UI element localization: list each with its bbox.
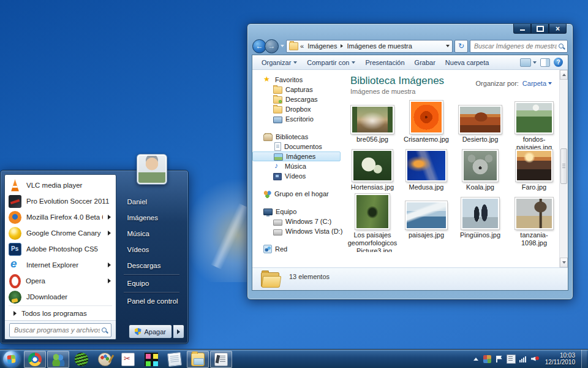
sidebar-item-equipo[interactable]: Equipo	[252, 207, 343, 217]
file-item[interactable]: paisajes.jpg	[399, 193, 453, 252]
file-item[interactable]: Faro.jpg	[507, 145, 561, 193]
start-search-box[interactable]	[9, 323, 111, 337]
sidebar-item-red[interactable]: Red	[252, 244, 343, 254]
sidebar-item-descargas[interactable]: Descargas	[252, 94, 343, 104]
file-item[interactable]: tanzania-1098.jpg	[507, 193, 561, 252]
taskbar-clock[interactable]: 10:03 12/11/2010	[545, 352, 575, 366]
refresh-button[interactable]: ↻	[454, 40, 468, 53]
sidebar-item-grupo-en-el-hogar[interactable]: Grupo en el hogar	[252, 189, 343, 199]
forward-button[interactable]: →	[265, 39, 279, 53]
file-item[interactable]: Crisantemo.jpg	[399, 98, 453, 145]
start-right-item-m-sica[interactable]: Música	[119, 226, 184, 242]
start-program-mozilla-firefox-4-0-beta-6[interactable]: Mozilla Firefox 4.0 Beta 6	[5, 209, 116, 225]
sidebar-item-dropbox[interactable]: Dropbox	[252, 104, 343, 114]
toolbar-button-organizar[interactable]: Organizar	[257, 57, 301, 68]
start-right-item-panel-de-control[interactable]: Panel de control	[119, 293, 184, 309]
scroll-up-icon	[562, 74, 566, 76]
sidebar-item-im-genes[interactable]: Imágenes	[252, 151, 341, 161]
toolbar-button-compartir-con[interactable]: Compartir con	[303, 57, 360, 68]
scrollbar-thumb[interactable]	[560, 148, 567, 184]
organize-by-dropdown[interactable]: Carpeta	[522, 80, 552, 87]
sidebar-item-escritorio[interactable]: Escritorio	[252, 114, 343, 124]
volume-muted-icon[interactable]	[531, 355, 539, 363]
file-item[interactable]: Hortensias.jpg	[345, 145, 399, 193]
action-center-flag-icon[interactable]	[495, 355, 503, 363]
waterfall-thumbnail	[351, 105, 394, 134]
scroll-up-button[interactable]	[560, 70, 568, 80]
taskbar-button-explorer[interactable]	[187, 351, 209, 368]
vertical-scrollbar[interactable]	[559, 70, 568, 267]
sidebar-item-favoritos[interactable]: Favoritos	[252, 75, 343, 85]
start-program-opera[interactable]: Opera	[5, 273, 116, 289]
start-program-pro-evolution-soccer-2011[interactable]: Pro Evolution Soccer 2011	[5, 193, 116, 209]
taskbar-button-paint[interactable]	[94, 351, 116, 368]
sidebar-item-v-deos[interactable]: Vídeos	[252, 171, 343, 181]
start-program-adobe-photoshop-cs5[interactable]: Adobe Photoshop CS5	[5, 241, 116, 257]
scroll-down-button[interactable]	[560, 258, 568, 267]
file-name: Crisantemo.jpg	[401, 136, 452, 144]
show-desktop-button[interactable]	[581, 350, 587, 368]
file-item[interactable]: Pingüinos.jpg	[453, 193, 507, 252]
explorer-search-input[interactable]	[473, 42, 558, 50]
user-avatar[interactable]	[137, 154, 167, 185]
breadcrumb-crumb-imagenes[interactable]: Imágenes	[306, 42, 339, 50]
start-program-jdownloader[interactable]: JDownloader	[5, 289, 116, 305]
taskbar-button-color-grid[interactable]	[140, 351, 162, 368]
start-right-item-im-genes[interactable]: Imágenes	[119, 210, 184, 226]
network-signal-icon[interactable]	[519, 355, 527, 363]
breadcrumb-overflow-icon[interactable]: «	[300, 42, 304, 50]
start-right-item-daniel[interactable]: Daniel	[119, 194, 184, 210]
taskbar-button-spotify[interactable]	[70, 351, 92, 368]
file-item[interactable]: Desierto.jpg	[453, 98, 507, 145]
minimize-button[interactable]	[513, 24, 531, 34]
file-item[interactable]: Medusa.jpg	[399, 145, 453, 193]
start-right-item-equipo[interactable]: Equipo	[119, 275, 184, 291]
toolbar-button-nueva-carpeta[interactable]: Nueva carpeta	[441, 57, 494, 68]
all-programs-button[interactable]: Todos los programas	[5, 307, 116, 320]
breadcrumb[interactable]: « Imágenes Imágenes de muestra	[286, 40, 453, 53]
shutdown-options-button[interactable]	[173, 324, 184, 339]
preview-pane-button[interactable]	[540, 58, 550, 67]
start-right-item-descargas[interactable]: Descargas	[119, 258, 184, 274]
organize-by: Organizar por: Carpeta	[476, 80, 552, 87]
taskbar-button-chrome[interactable]	[24, 351, 46, 368]
change-view-button[interactable]	[520, 58, 537, 67]
explorer-search-box[interactable]	[470, 40, 568, 53]
taskbar-button-wordpad[interactable]	[210, 351, 232, 368]
sidebar-item-bibliotecas[interactable]: Bibliotecas	[252, 132, 343, 142]
start-search-input[interactable]	[13, 326, 101, 334]
address-dropdown-icon[interactable]	[446, 45, 450, 47]
sidebar-item-windows-vista-d[interactable]: Windows Vista (D:)	[252, 226, 343, 236]
toolbar-button-presentaci-n[interactable]: Presentación	[361, 57, 409, 68]
taskbar-button-notepad[interactable]	[164, 351, 186, 368]
sidebar-item-m-sica[interactable]: Música	[252, 161, 343, 171]
jellyfish-thumbnail	[406, 150, 447, 182]
clipboard-icon[interactable]	[507, 355, 516, 364]
crumb-separator-icon[interactable]	[341, 44, 343, 48]
start-program-internet-explorer[interactable]: Internet Explorer	[5, 257, 116, 273]
file-item[interactable]: Koala.jpg	[453, 145, 507, 193]
start-button[interactable]	[3, 351, 20, 367]
tray-expand-icon[interactable]	[472, 355, 480, 363]
file-item[interactable]: Los paisajes geomorfologicos_Picture3.jp…	[345, 193, 399, 252]
start-program-google-chrome-canary-build[interactable]: Google Chrome Canary Build	[5, 225, 116, 241]
sidebar-item-windows-7-c[interactable]: Windows 7 (C:)	[252, 217, 343, 226]
toolbar-button-grabar[interactable]: Grabar	[410, 57, 440, 68]
sidebar-item-documentos[interactable]: Documentos	[252, 142, 343, 151]
shutdown-button[interactable]: Apagar	[129, 324, 172, 339]
file-item[interactable]: fondos-paisajes.jpg	[507, 98, 561, 145]
sidebar-item-capturas[interactable]: Capturas	[252, 85, 343, 94]
maximize-button[interactable]	[531, 24, 549, 34]
folder-icon	[273, 86, 282, 94]
start-right-item-v-deos[interactable]: Vídeos	[119, 242, 184, 258]
file-name: Koala.jpg	[454, 183, 506, 191]
close-button[interactable]: ×	[549, 24, 567, 34]
breadcrumb-crumb-imagenes-de-muestra[interactable]: Imágenes de muestra	[345, 42, 413, 50]
update-icon[interactable]	[483, 355, 491, 363]
taskbar-button-snipping[interactable]	[117, 351, 139, 368]
taskbar-button-messenger[interactable]	[47, 351, 69, 368]
help-button[interactable]: ?	[554, 58, 563, 67]
file-item[interactable]: bre056.jpg	[345, 98, 399, 145]
recent-pages-dropdown-icon[interactable]	[281, 45, 284, 47]
start-program-vlc-media-player[interactable]: VLC media player	[5, 177, 116, 193]
